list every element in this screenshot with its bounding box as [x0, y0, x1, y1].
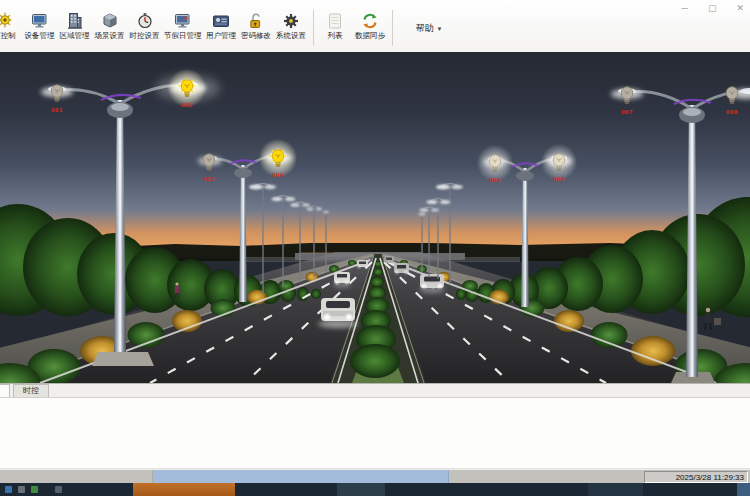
toolbar-item-label: 数据同步 [355, 32, 385, 40]
help-menu-button[interactable]: 帮助 ▼ [409, 19, 450, 38]
pole-pad [92, 352, 154, 366]
bulb-off-icon [200, 152, 218, 174]
sync-arrows-icon [360, 9, 380, 31]
toolbar-item-label: 列表 [328, 32, 343, 40]
taskbar-strip[interactable] [0, 483, 750, 496]
bottom-tabbar: 灯控 时控 [0, 383, 750, 398]
toolbar-separator [392, 10, 393, 46]
bulb-pale-icon [550, 152, 568, 174]
toolbar-item-label: 用户管理 [206, 32, 236, 40]
street-scene-viewport[interactable]: 001 002 003 004 005 006 007 008 [0, 52, 750, 383]
gear-icon [281, 9, 301, 31]
user-card-icon [211, 9, 231, 31]
toolbar-item-device-management[interactable]: 设备管理 [22, 9, 57, 40]
lamp-id-label: 007 [621, 109, 633, 115]
holiday-monitor-icon [173, 9, 193, 31]
chevron-down-icon: ▼ [437, 26, 443, 32]
toolbar-item-system-settings[interactable]: 系统设置 [274, 9, 309, 40]
taskbar-segment [588, 483, 643, 496]
lamp-id-label: 005 [489, 177, 501, 183]
taskbar-icon [31, 486, 38, 493]
lamp-indicator[interactable]: 006 [548, 152, 570, 182]
toolbar-item-label: 灯控制 [0, 32, 16, 40]
main-toolbar: 灯控制 设备管理 区域管理 场景设置 [0, 9, 690, 46]
toolbar-separator [313, 10, 314, 46]
bulb-off-icon [48, 83, 66, 105]
bulb-on-icon [178, 78, 196, 100]
status-segment-right: 2025/3/28 11:29:33 [449, 470, 750, 484]
status-bar: 2025/3/28 11:29:33 [0, 469, 750, 484]
timer-icon [135, 9, 155, 31]
light-control-icon [0, 9, 15, 31]
lighting-control-app: ─ ▢ ✕ 灯控制 设备管理 [0, 0, 750, 496]
bulb-off-icon [723, 85, 741, 107]
scene-box-icon [100, 9, 120, 31]
toolbar-item-label: 时控设置 [130, 32, 160, 40]
device-monitor-icon [30, 9, 50, 31]
tab-label: 时控 [23, 386, 39, 395]
lamp-indicator[interactable]: 004 [267, 148, 289, 178]
lamp-id-label: 008 [726, 109, 738, 115]
car [394, 263, 409, 274]
lamp-indicator[interactable]: 003 [198, 152, 220, 182]
window-header: ─ ▢ ✕ 灯控制 设备管理 [0, 0, 750, 53]
close-button[interactable]: ✕ [736, 2, 744, 14]
status-segment-left [0, 470, 153, 484]
toolbar-item-scene-settings[interactable]: 场景设置 [92, 9, 127, 40]
toolbar-item-data-sync[interactable]: 数据同步 [353, 9, 388, 40]
toolbar-item-light-control[interactable]: 灯控制 [0, 9, 22, 40]
toolbar-item-user-management[interactable]: 用户管理 [204, 9, 239, 40]
car [318, 298, 358, 328]
empty-workspace-panel [0, 398, 750, 469]
lamp-id-label: 002 [181, 102, 193, 108]
window-controls: ─ ▢ ✕ [682, 2, 744, 14]
status-datetime: 2025/3/28 11:29:33 [644, 471, 748, 483]
lamp-id-label: 006 [553, 176, 565, 182]
open-padlock-icon [246, 9, 266, 31]
lamp-indicator[interactable]: 008 [721, 85, 743, 115]
lamp-indicator[interactable]: 005 [484, 153, 506, 183]
lamp-id-label: 001 [51, 107, 63, 113]
bulb-off-icon [618, 85, 636, 107]
toolbar-item-password-change[interactable]: 密码修改 [239, 9, 274, 40]
toolbar-item-area-management[interactable]: 区域管理 [57, 9, 92, 40]
toolbar-item-label: 系统设置 [276, 32, 306, 40]
toolbar-item-label: 设备管理 [25, 32, 55, 40]
car [333, 272, 351, 287]
status-segment-blue [153, 470, 449, 484]
toolbar-item-time-control-settings[interactable]: 时控设置 [127, 9, 162, 40]
list-sheet-icon [325, 9, 345, 31]
taskbar-icon [5, 486, 12, 493]
taskbar-icon [55, 486, 62, 493]
taskbar-icon [18, 486, 25, 493]
tab-time-control[interactable]: 时控 [13, 384, 49, 397]
lamp-indicator[interactable]: 001 [46, 83, 68, 113]
car [384, 256, 394, 263]
car [357, 260, 368, 268]
toolbar-item-label: 密码修改 [241, 32, 271, 40]
building-icon [65, 9, 85, 31]
lamp-id-label: 004 [272, 172, 284, 178]
toolbar-item-holiday-management[interactable]: 节假日管理 [162, 9, 204, 40]
toolbar-item-label: 节假日管理 [164, 32, 202, 40]
car [419, 274, 445, 293]
toolbar-item-list[interactable]: 列表 [318, 9, 353, 40]
bulb-pale-icon [486, 153, 504, 175]
help-label: 帮助 [416, 22, 434, 35]
taskbar-segment-orange [133, 483, 235, 496]
bulb-on-icon [269, 148, 287, 170]
maximize-button[interactable]: ▢ [708, 2, 717, 14]
toolbar-item-label: 区域管理 [60, 32, 90, 40]
lamp-indicator[interactable]: 007 [616, 85, 638, 115]
lamp-id-label: 003 [203, 176, 215, 182]
taskbar-segment [337, 483, 385, 496]
tab-light-control[interactable]: 灯控 [0, 384, 10, 397]
minimize-button[interactable]: ─ [682, 2, 688, 14]
toolbar-item-label: 场景设置 [95, 32, 125, 40]
taskbar-segment [737, 483, 750, 496]
lamp-indicator[interactable]: 002 [176, 78, 198, 108]
